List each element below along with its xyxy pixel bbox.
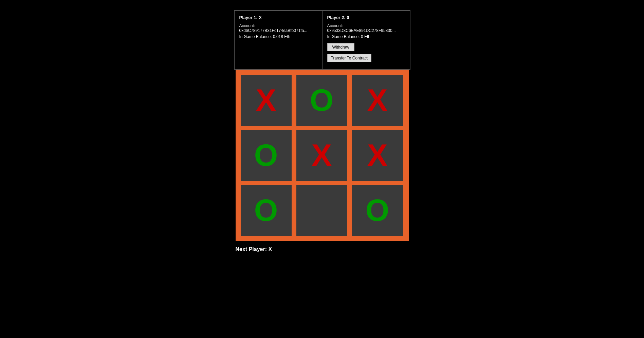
cell-1[interactable]: O: [296, 75, 347, 126]
withdraw-button[interactable]: Withdraw: [327, 43, 354, 51]
cell-3[interactable]: O: [241, 130, 292, 181]
cell-6[interactable]: O: [241, 185, 292, 236]
cell-7[interactable]: [296, 185, 347, 236]
cell-5[interactable]: X: [352, 130, 403, 181]
game-board: XOXOXXOO: [236, 70, 409, 241]
transfer-to-contract-button[interactable]: Transfer To Contract: [327, 54, 372, 62]
main-container: Player 1: X Account: 0xd6C789177B31Fc174…: [234, 10, 410, 252]
player1-balance: In Game Balance: 0.018 Eth: [239, 34, 317, 39]
player2-card: Player 2: 0 Account: 0x9533D8C6EAE891DC2…: [322, 11, 410, 69]
cell-8[interactable]: O: [352, 185, 403, 236]
player1-label: Player 1: X: [239, 15, 317, 20]
player2-balance: In Game Balance: 0 Eth: [327, 34, 405, 39]
player1-card: Player 1: X Account: 0xd6C789177B31Fc174…: [234, 11, 322, 69]
player2-label: Player 2: 0: [327, 15, 405, 20]
player2-account: Account: 0x9533D8C6EAE891DC278F95830...: [327, 23, 405, 33]
cell-0[interactable]: X: [241, 75, 292, 126]
player1-account: Account: 0xd6C789177B31Fc174eaBfb071fa..…: [239, 23, 317, 33]
next-player-status: Next Player: X: [234, 246, 272, 252]
cell-4[interactable]: X: [296, 130, 347, 181]
players-panel: Player 1: X Account: 0xd6C789177B31Fc174…: [234, 10, 410, 70]
cell-2[interactable]: X: [352, 75, 403, 126]
